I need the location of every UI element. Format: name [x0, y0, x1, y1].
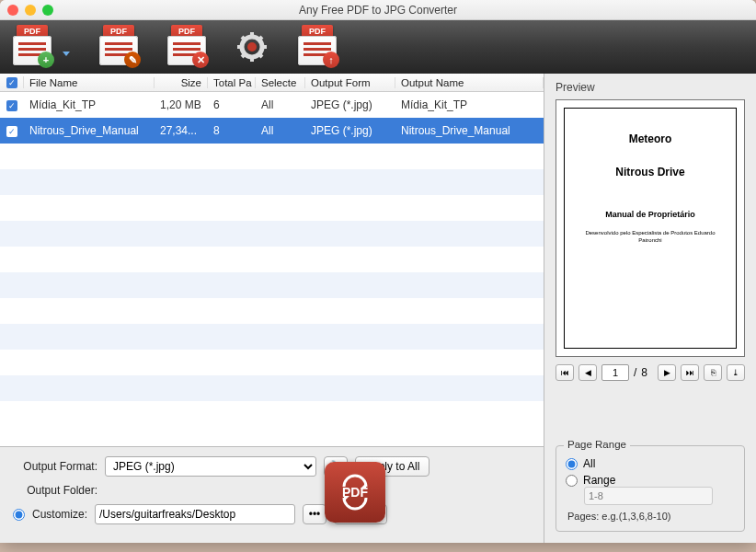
- range-all-radio[interactable]: [566, 458, 578, 470]
- cell-output-name: Nitrous_Drive_Manual: [395, 124, 544, 137]
- table-row[interactable]: ✓ Nitrous_Drive_Manual 27,34... 8 All JP…: [0, 118, 544, 144]
- next-page-button[interactable]: ▶: [658, 364, 676, 381]
- remove-pdf-button[interactable]: PDF ✕: [167, 29, 206, 65]
- table-body: ✓ Mídia_Kit_TP 1,20 MB 6 All JPEG (*.jpg…: [0, 92, 544, 446]
- table-row-empty: [0, 221, 544, 247]
- output-path-input[interactable]: [95, 504, 295, 524]
- table-row-empty: [0, 169, 544, 195]
- svg-line-8: [242, 53, 246, 57]
- cell-format: JPEG (*.jpg): [305, 124, 395, 137]
- export-pdf-button[interactable]: PDF ↑: [298, 29, 337, 65]
- save-page-button[interactable]: ⤓: [727, 364, 745, 381]
- page-sep: /: [634, 366, 636, 379]
- row-checkbox[interactable]: ✓: [0, 124, 24, 137]
- cell-format: JPEG (*.jpg): [305, 98, 395, 111]
- preview-title: Preview: [556, 81, 745, 94]
- arrow-up-icon: ↑: [323, 52, 339, 68]
- svg-line-6: [258, 53, 262, 57]
- range-custom-radio[interactable]: [566, 475, 578, 487]
- preview-page: Meteoro Nitrous Drive Manual de Propriet…: [564, 108, 737, 349]
- header-selected[interactable]: Selecte: [256, 77, 305, 88]
- pencil-icon: ✎: [124, 52, 141, 68]
- preview-h1: Meteoro: [629, 132, 672, 145]
- preview-nav: ⏮ ◀ / 8 ▶ ⏭ ⎘ ⤓: [556, 364, 745, 381]
- app-window: Any Free PDF to JPG Converter PDF + PDF …: [0, 0, 756, 543]
- gear-icon: [235, 30, 269, 63]
- page-total: 8: [641, 366, 647, 379]
- output-format-label: Output Format:: [13, 460, 97, 473]
- svg-line-7: [258, 37, 262, 40]
- add-pdf-button[interactable]: PDF +: [13, 29, 52, 65]
- range-all-label: All: [583, 457, 595, 470]
- output-folder-label: Output Folder:: [13, 484, 97, 497]
- toolbar: PDF + PDF ✎ PDF ✕ PDF ↑: [0, 20, 756, 74]
- copy-page-button[interactable]: ⎘: [704, 364, 722, 381]
- cell-file-name: Nitrous_Drive_Manual: [24, 124, 155, 137]
- cell-total: 8: [208, 124, 256, 137]
- prev-page-button[interactable]: ◀: [578, 364, 597, 381]
- header-output-name[interactable]: Output Name: [395, 77, 544, 88]
- table-row-empty: [0, 247, 544, 272]
- table-row-empty: [0, 272, 544, 298]
- browse-button[interactable]: •••: [303, 504, 326, 524]
- header-checkbox[interactable]: ✓: [0, 76, 24, 88]
- page-range-title: Page Range: [564, 439, 630, 450]
- customize-radio[interactable]: [13, 509, 25, 521]
- row-checkbox[interactable]: ✓: [0, 98, 24, 111]
- cell-size: 1,20 MB: [155, 98, 208, 111]
- cell-selected: All: [256, 98, 305, 111]
- table-row-empty: [0, 144, 544, 169]
- edit-pdf-button[interactable]: PDF ✎: [99, 29, 138, 65]
- preview-p: Desenvolvido pelo Especialista de Produt…: [574, 230, 727, 245]
- table-header: ✓ File Name Size Total Pa Selecte Output…: [0, 74, 544, 92]
- header-file-name[interactable]: File Name: [24, 77, 155, 88]
- left-pane: ✓ File Name Size Total Pa Selecte Output…: [0, 74, 544, 543]
- x-icon: ✕: [192, 52, 209, 68]
- plus-icon: +: [38, 52, 54, 68]
- range-hint: Pages: e.g.(1,3,6,8-10): [567, 511, 735, 522]
- content-area: ✓ File Name Size Total Pa Selecte Output…: [0, 74, 756, 543]
- table-row-empty: [0, 375, 544, 401]
- window-title: Any Free PDF to JPG Converter: [0, 4, 756, 17]
- add-dropdown-arrow-icon[interactable]: [63, 52, 70, 56]
- cell-size: 27,34...: [155, 124, 208, 137]
- cell-file-name: Mídia_Kit_TP: [24, 98, 155, 111]
- convert-button[interactable]: PDF: [325, 462, 385, 523]
- table-row-empty: [0, 324, 544, 350]
- cell-output-name: Mídia_Kit_TP: [395, 98, 544, 111]
- titlebar: Any Free PDF to JPG Converter: [0, 0, 756, 20]
- right-pane: Preview Meteoro Nitrous Drive Manual de …: [544, 74, 756, 543]
- header-format[interactable]: Output Form: [305, 77, 395, 88]
- table-row[interactable]: ✓ Mídia_Kit_TP 1,20 MB 6 All JPEG (*.jpg…: [0, 92, 544, 118]
- range-custom-label: Range: [583, 474, 615, 487]
- svg-point-9: [247, 42, 257, 52]
- table-row-empty: [0, 195, 544, 221]
- svg-line-5: [242, 37, 246, 40]
- header-size[interactable]: Size: [155, 77, 208, 88]
- first-page-button[interactable]: ⏮: [556, 364, 574, 381]
- customize-label: Customize:: [32, 508, 87, 521]
- header-total[interactable]: Total Pa: [208, 77, 256, 88]
- convert-label: PDF: [342, 485, 368, 500]
- output-panel: Output Format: JPEG (*.jpg) 🔧 Apply to A…: [0, 446, 544, 543]
- table-row-empty: [0, 350, 544, 375]
- page-range-fieldset: Page Range All Range Pages: e.g.(1,3,6,8…: [556, 445, 745, 532]
- last-page-button[interactable]: ⏭: [681, 364, 699, 381]
- output-format-select[interactable]: JPEG (*.jpg): [105, 456, 316, 477]
- preview-box: Meteoro Nitrous Drive Manual de Propriet…: [556, 99, 745, 357]
- cell-selected: All: [256, 124, 305, 137]
- settings-button[interactable]: [235, 30, 269, 63]
- preview-h2: Nitrous Drive: [615, 166, 684, 178]
- page-number-input[interactable]: [601, 364, 629, 381]
- table-row-empty: [0, 298, 544, 324]
- cell-total: 6: [208, 98, 256, 111]
- range-input[interactable]: [584, 487, 713, 505]
- preview-h3: Manual de Proprietário: [605, 210, 695, 219]
